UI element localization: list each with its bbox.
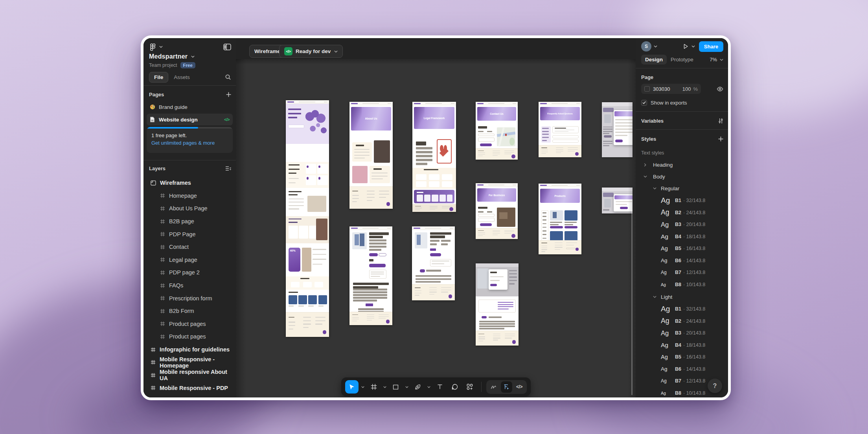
page-item-brand-guide[interactable]: Brand guide [147,101,233,113]
avatar[interactable]: S [641,41,651,51]
thumbnail-for-business[interactable]: For Business [476,183,518,239]
style-value: · 32/143.8 [683,198,705,203]
project-switcher[interactable]: Medspartner [149,52,231,61]
comment-tool[interactable] [448,380,462,394]
style-sample: Ag [661,378,675,384]
visibility-eye-icon[interactable] [717,86,723,92]
checkbox-checked-icon[interactable] [641,100,647,106]
draw-annotate-tool[interactable] [488,381,499,393]
actions-tool[interactable] [463,380,476,394]
quota-message: 1 free page left. [151,132,187,138]
variables-sliders-icon[interactable] [718,118,723,124]
layer-b2b-page[interactable]: B2B page [143,215,236,228]
text-style-regular-b3[interactable]: AgB3· 20/143.8 [636,219,728,231]
frame-tool[interactable] [367,380,381,394]
text-style-light-b1[interactable]: AgB1· 32/143.8 [636,303,728,315]
move-tool-chevron[interactable] [360,380,366,394]
text-style-regular-b6[interactable]: AgB6· 14/143.8 [636,255,728,267]
layer-wireframes[interactable]: Wireframes [143,177,236,189]
add-page-icon[interactable] [226,92,231,97]
layer-legal-page[interactable]: Legal page [143,254,236,267]
layer-infographic-for-guidelines[interactable]: Infographic for guidelines [143,343,236,356]
thumbnail-homepage[interactable]: 40% [286,100,329,337]
text-style-regular-b8[interactable]: AgB8· 10/143.8 [636,279,728,291]
layer-about-us-page[interactable]: About Us Page [143,202,236,215]
layer-product-pages[interactable]: Product pages [143,318,236,331]
layer-mobile-responsive-homepage[interactable]: Mobile Responsive - Homepage [143,356,236,369]
thumbnail-legal[interactable]: Legal Framework [412,102,456,212]
text-style-regular-b4[interactable]: AgB4· 18/143.8 [636,231,728,243]
thumbnail-pdp-2[interactable] [412,226,455,300]
thumbnail-gray-modal-2[interactable] [602,188,633,213]
layer-label: Mobile responsive About UA [160,369,236,381]
figma-menu-icon[interactable] [149,43,156,51]
sidebar-toggle-icon[interactable] [223,44,231,50]
thumbnail-pdp[interactable] [349,226,392,325]
thumbnail-gray-modal-1[interactable] [602,102,633,157]
layers-sort-icon[interactable] [225,166,231,171]
tab-file[interactable]: File [149,72,168,83]
share-button[interactable]: Share [699,41,723,52]
canvas[interactable]: 40%About UsLegal FrameworkContact UsFor … [236,59,636,397]
tab-assets[interactable]: Assets [174,74,190,80]
layer-b2b-form[interactable]: B2b Form [143,305,236,318]
move-tool[interactable] [345,380,359,394]
style-group-heading[interactable]: Heading [636,159,728,170]
style-name: B8 [675,390,681,396]
shape-tool-chevron[interactable] [404,380,410,394]
thumbnail-products[interactable]: Products [539,184,581,254]
text-style-light-b4[interactable]: AgB4· 18/143.8 [636,339,728,351]
page-color-input[interactable]: 303030 100 % [641,84,701,94]
zoom-menu[interactable]: 7% [710,57,723,63]
layer-prescription-form[interactable]: Prescription form [143,292,236,305]
text-style-regular-b7[interactable]: AgB7· 12/143.8 [636,267,728,279]
thumbnail-faq[interactable]: Frequently Asked Qestions [539,102,581,157]
tab-design[interactable]: Design [641,55,667,64]
thumbnail-about-us[interactable]: About Us [349,102,393,209]
layer-contact[interactable]: Contact [143,241,236,254]
text-style-regular-b1[interactable]: AgB1· 32/143.8 [636,195,728,207]
show-in-exports-row[interactable]: Show in exports [641,99,723,107]
page-item-website-design[interactable]: Website design </> [147,114,233,125]
text-tool[interactable] [433,380,447,394]
style-subgroup-regular[interactable]: Regular [636,182,728,195]
search-icon[interactable] [225,74,231,80]
pen-tool-chevron[interactable] [426,380,432,394]
page-quota-progress-track [147,127,233,129]
ready-for-dev-chip[interactable]: </> Ready for dev [279,45,343,58]
thumbnail-pdp-modal[interactable] [476,263,519,346]
layer-mobile-responsive-pdp[interactable]: Mobile Responsive - PDP [143,382,236,395]
layer-faqs[interactable]: FAQs [143,279,236,292]
layer-homepage[interactable]: Homepage [143,189,236,202]
layer-pdp-page[interactable]: PDP Page [143,228,236,241]
layer-pdp-page-2[interactable]: PDP page 2 [143,266,236,279]
chevron-down-icon[interactable] [159,46,163,48]
text-style-light-b5[interactable]: AgB5· 16/143.8 [636,351,728,363]
right-sidebar: S Share Design Prototype 7% Page 303030 [636,38,728,397]
text-style-light-b3[interactable]: AgB3· 20/143.8 [636,327,728,339]
style-subgroup-label: Regular [661,186,679,191]
style-name: B1 [675,306,681,312]
help-button[interactable]: ? [708,379,722,393]
add-style-icon[interactable] [718,136,723,142]
layer-product-pages[interactable]: Product pages [143,330,236,343]
color-swatch[interactable] [644,86,650,92]
text-style-regular-b2[interactable]: AgB2· 24/143.8 [636,207,728,219]
text-style-regular-b5[interactable]: AgB5· 16/143.8 [636,243,728,255]
style-subgroup-light[interactable]: Light [636,291,728,303]
tab-prototype[interactable]: Prototype [667,55,697,64]
pen-tool[interactable] [411,380,425,394]
layer-label: Product pages [169,321,206,327]
style-group-body[interactable]: Body [636,171,728,182]
text-style-light-b2[interactable]: AgB2· 24/143.8 [636,315,728,327]
layer-mobile-responsive-about-ua[interactable]: Mobile responsive About UA [143,369,236,382]
canvas-scrollbar[interactable] [631,210,633,395]
thumbnail-contact[interactable]: Contact Us [476,102,518,160]
frame-tool-chevron[interactable] [382,380,388,394]
shape-tool[interactable] [389,380,403,394]
present-play-icon[interactable] [682,43,689,50]
upgrade-link[interactable]: Get unlimited pages & more [151,140,215,146]
text-style-light-b6[interactable]: AgB6· 14/143.8 [636,363,728,375]
dev-code-tool[interactable]: </> [514,381,525,393]
inspect-measure-tool[interactable] [501,381,512,393]
